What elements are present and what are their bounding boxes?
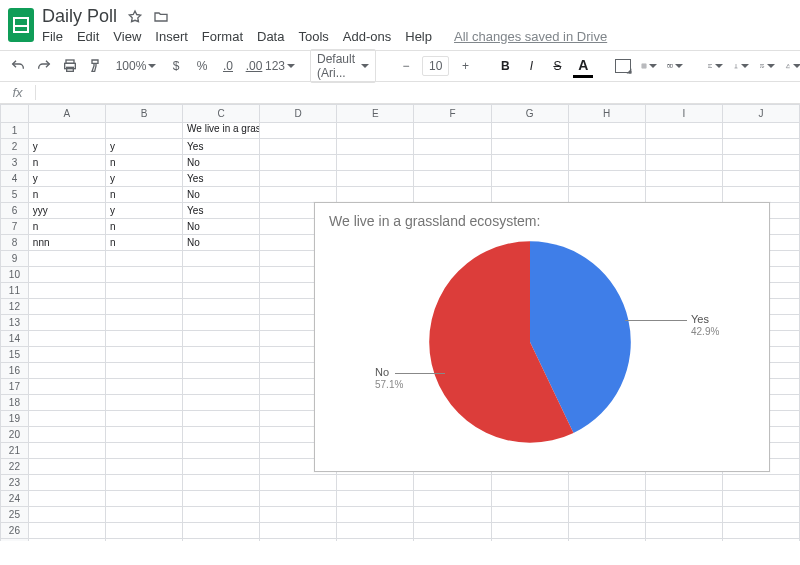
font-size-input[interactable]: 10 — [422, 56, 449, 76]
cell[interactable] — [337, 155, 414, 171]
cell[interactable] — [183, 299, 260, 315]
row-header[interactable]: 24 — [1, 491, 29, 507]
menu-insert[interactable]: Insert — [155, 29, 188, 44]
cell[interactable] — [183, 363, 260, 379]
row-header[interactable]: 23 — [1, 475, 29, 491]
cell[interactable] — [28, 475, 105, 491]
cell[interactable] — [105, 507, 182, 523]
cell[interactable] — [568, 171, 645, 187]
cell[interactable] — [568, 187, 645, 203]
cell[interactable] — [337, 539, 414, 542]
column-header[interactable]: H — [568, 105, 645, 123]
cell[interactable] — [645, 539, 722, 542]
cell[interactable] — [105, 539, 182, 542]
cell[interactable]: n — [105, 187, 182, 203]
cell[interactable] — [414, 507, 491, 523]
menu-view[interactable]: View — [113, 29, 141, 44]
save-status[interactable]: All changes saved in Drive — [454, 29, 607, 44]
cell[interactable] — [183, 411, 260, 427]
row-header[interactable]: 13 — [1, 315, 29, 331]
cell[interactable] — [722, 187, 799, 203]
cell[interactable] — [183, 315, 260, 331]
row-header[interactable]: 7 — [1, 219, 29, 235]
cell[interactable] — [337, 187, 414, 203]
cell[interactable] — [722, 523, 799, 539]
move-to-folder-icon[interactable] — [153, 9, 169, 25]
cell[interactable] — [414, 475, 491, 491]
row-header[interactable]: 12 — [1, 299, 29, 315]
cell[interactable] — [568, 539, 645, 542]
row-header[interactable]: 22 — [1, 459, 29, 475]
formula-input[interactable] — [36, 82, 800, 103]
cell[interactable] — [645, 171, 722, 187]
cell[interactable]: y — [105, 139, 182, 155]
row-header[interactable]: 10 — [1, 267, 29, 283]
print-button[interactable] — [60, 55, 80, 77]
cell[interactable] — [105, 411, 182, 427]
bold-button[interactable]: B — [495, 55, 515, 77]
cell[interactable] — [183, 331, 260, 347]
cell[interactable] — [337, 139, 414, 155]
cell[interactable] — [414, 523, 491, 539]
cell[interactable] — [28, 523, 105, 539]
menu-addons[interactable]: Add-ons — [343, 29, 391, 44]
cell[interactable] — [105, 267, 182, 283]
cell[interactable] — [337, 507, 414, 523]
cell[interactable] — [645, 491, 722, 507]
cell[interactable] — [491, 155, 568, 171]
cell[interactable]: y — [28, 171, 105, 187]
cell[interactable] — [183, 283, 260, 299]
format-currency-button[interactable]: $ — [166, 55, 186, 77]
cell[interactable] — [491, 139, 568, 155]
cell[interactable] — [105, 331, 182, 347]
select-all-corner[interactable] — [1, 105, 29, 123]
document-title[interactable]: Daily Poll — [42, 6, 117, 27]
cell[interactable] — [568, 507, 645, 523]
column-header[interactable]: E — [337, 105, 414, 123]
cell[interactable] — [260, 523, 337, 539]
merge-cells-button[interactable] — [665, 55, 685, 77]
row-header[interactable]: 3 — [1, 155, 29, 171]
cell[interactable] — [722, 171, 799, 187]
cell[interactable] — [28, 315, 105, 331]
row-header[interactable]: 6 — [1, 203, 29, 219]
undo-button[interactable] — [8, 55, 28, 77]
column-header[interactable]: F — [414, 105, 491, 123]
row-header[interactable]: 27 — [1, 539, 29, 542]
cell[interactable] — [183, 459, 260, 475]
cell[interactable] — [491, 171, 568, 187]
row-header[interactable]: 14 — [1, 331, 29, 347]
cell[interactable] — [183, 347, 260, 363]
embedded-chart[interactable]: We live in a grassland ecosystem: Yes 42… — [314, 202, 770, 472]
row-header[interactable]: 11 — [1, 283, 29, 299]
cell[interactable]: No — [183, 155, 260, 171]
cell[interactable] — [722, 507, 799, 523]
menu-edit[interactable]: Edit — [77, 29, 99, 44]
cell[interactable]: n — [105, 235, 182, 251]
row-header[interactable]: 20 — [1, 427, 29, 443]
cell[interactable] — [260, 491, 337, 507]
cell[interactable] — [722, 139, 799, 155]
cell[interactable] — [28, 443, 105, 459]
font-size-increase[interactable]: + — [455, 55, 475, 77]
cell[interactable]: n — [105, 219, 182, 235]
cell[interactable] — [722, 539, 799, 542]
row-header[interactable]: 26 — [1, 523, 29, 539]
cell[interactable] — [414, 155, 491, 171]
cell[interactable]: nnn — [28, 235, 105, 251]
cell[interactable] — [105, 459, 182, 475]
cell[interactable] — [28, 411, 105, 427]
cell[interactable] — [414, 171, 491, 187]
cell[interactable] — [183, 395, 260, 411]
row-header[interactable]: 2 — [1, 139, 29, 155]
cell[interactable] — [105, 491, 182, 507]
cell[interactable]: n — [28, 219, 105, 235]
cell[interactable] — [568, 155, 645, 171]
row-header[interactable]: 19 — [1, 411, 29, 427]
cell[interactable] — [645, 155, 722, 171]
cell[interactable] — [28, 395, 105, 411]
zoom-dropdown[interactable]: 100% — [126, 55, 146, 77]
cell[interactable] — [260, 507, 337, 523]
cell[interactable]: yyy — [28, 203, 105, 219]
cell[interactable]: We live in a grassland ecosystem: — [183, 123, 260, 139]
